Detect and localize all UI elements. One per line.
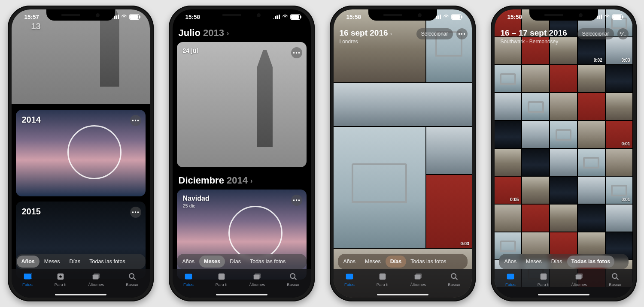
seg-all[interactable]: Todas las fotos bbox=[567, 256, 615, 268]
tab-search[interactable]: Buscar bbox=[126, 272, 139, 287]
more-button[interactable] bbox=[456, 28, 468, 39]
photo-thumb[interactable]: 0:05 bbox=[495, 177, 522, 204]
photo-thumb[interactable] bbox=[522, 93, 549, 120]
phone-months: 15:58 Julio 2013 › 24 jul bbox=[169, 6, 315, 301]
seg-months[interactable]: Meses bbox=[39, 256, 65, 268]
photo-thumb[interactable] bbox=[550, 205, 577, 232]
photo-thumb[interactable] bbox=[550, 149, 577, 176]
albums-icon bbox=[413, 272, 423, 281]
photo-thumb[interactable]: 0:01 bbox=[606, 177, 633, 204]
seg-days[interactable]: Días bbox=[386, 256, 406, 268]
seg-months[interactable]: Meses bbox=[360, 256, 386, 268]
tab-search[interactable]: Buscar bbox=[287, 272, 300, 287]
photo-thumb[interactable] bbox=[550, 65, 577, 92]
photo-thumb[interactable]: 0:03 bbox=[426, 175, 472, 248]
month-header-1[interactable]: Julio 2013 › bbox=[179, 27, 229, 39]
photo-thumb[interactable] bbox=[495, 205, 522, 232]
photo-thumb[interactable] bbox=[495, 65, 522, 92]
photo-thumb[interactable] bbox=[495, 121, 522, 148]
seg-years[interactable]: Años bbox=[178, 256, 200, 268]
seg-all[interactable]: Todas las fotos bbox=[406, 256, 450, 268]
photo-thumb[interactable] bbox=[426, 127, 472, 174]
year-card-2014[interactable]: 2014 bbox=[16, 110, 146, 196]
seg-all[interactable]: Todas las fotos bbox=[246, 256, 290, 268]
photo-thumb[interactable] bbox=[606, 65, 633, 92]
month-card-jul-2013[interactable]: 24 jul bbox=[177, 42, 307, 167]
photo-thumb[interactable] bbox=[522, 65, 549, 92]
seg-months[interactable]: Meses bbox=[199, 256, 225, 268]
photo-thumb[interactable] bbox=[606, 93, 633, 120]
seg-days[interactable]: Días bbox=[547, 256, 567, 268]
photo-thumb[interactable] bbox=[578, 121, 605, 148]
day-header[interactable]: 16 sept 2016 › Londres bbox=[340, 28, 392, 45]
tab-albums[interactable]: Álbumes bbox=[410, 272, 426, 287]
home-indicator[interactable] bbox=[55, 294, 106, 295]
seg-all[interactable]: Todas las fotos bbox=[85, 256, 129, 268]
tabbar: Fotos Para ti Álbumes Buscar bbox=[495, 269, 633, 298]
tab-photos[interactable]: Fotos bbox=[183, 272, 194, 287]
more-button[interactable] bbox=[291, 195, 302, 206]
tab-photos[interactable]: Fotos bbox=[22, 272, 33, 287]
phone-all-photos: 15:58 16 – 17 sept 2016 Southwark - Berm… bbox=[491, 6, 637, 301]
seg-days[interactable]: Días bbox=[225, 256, 246, 268]
svg-point-5 bbox=[129, 274, 134, 278]
photo-thumb[interactable] bbox=[578, 65, 605, 92]
photo-thumb[interactable]: 0:02 bbox=[578, 37, 605, 64]
photo-thumb[interactable] bbox=[550, 121, 577, 148]
tab-foryou[interactable]: Para ti bbox=[55, 272, 66, 287]
photo-thumb[interactable] bbox=[606, 149, 633, 176]
photo-thumb[interactable] bbox=[495, 149, 522, 176]
photo-thumb[interactable] bbox=[550, 177, 577, 204]
more-button[interactable] bbox=[130, 207, 141, 218]
photo-thumb[interactable] bbox=[522, 205, 549, 232]
photo-thumb[interactable] bbox=[606, 205, 633, 232]
photo-thumb[interactable] bbox=[522, 121, 549, 148]
chevron-right-icon: › bbox=[390, 30, 392, 37]
card-subtitle: 25 dic bbox=[183, 203, 195, 208]
photos-icon bbox=[23, 272, 32, 281]
photo-thumb[interactable]: 0:03 bbox=[606, 37, 633, 64]
tab-albums[interactable]: Álbumes bbox=[571, 272, 587, 287]
tab-search[interactable]: Buscar bbox=[448, 272, 461, 287]
home-indicator[interactable] bbox=[538, 294, 589, 295]
zoom-button[interactable]: ⁺⁄₋ bbox=[617, 28, 629, 39]
photo-thumb[interactable] bbox=[334, 83, 472, 126]
tabbar: Fotos Para ti Álbumes Buscar bbox=[12, 269, 150, 298]
photo-thumb[interactable] bbox=[578, 177, 605, 204]
select-button[interactable]: Seleccionar bbox=[577, 28, 614, 39]
more-button[interactable] bbox=[291, 47, 302, 58]
view-segmented: Años Meses Días Todas las fotos bbox=[177, 254, 307, 269]
tab-foryou[interactable]: Para ti bbox=[216, 272, 227, 287]
more-button[interactable] bbox=[130, 115, 141, 126]
video-duration: 0:03 bbox=[460, 241, 469, 246]
wifi-icon bbox=[443, 15, 449, 19]
select-button[interactable]: Seleccionar bbox=[416, 28, 453, 39]
photo-thumb[interactable] bbox=[522, 149, 549, 176]
photo-thumb[interactable] bbox=[495, 93, 522, 120]
seg-years[interactable]: Años bbox=[339, 256, 361, 268]
photo-thumb[interactable]: 0:01 bbox=[606, 121, 633, 148]
photo-thumb[interactable] bbox=[578, 93, 605, 120]
tab-albums[interactable]: Álbumes bbox=[249, 272, 265, 287]
svg-rect-10 bbox=[255, 274, 261, 278]
photo-thumb[interactable] bbox=[578, 205, 605, 232]
photo-thumb[interactable] bbox=[334, 127, 425, 248]
seg-years[interactable]: Años bbox=[17, 256, 39, 268]
photo-thumb[interactable] bbox=[578, 149, 605, 176]
tab-foryou[interactable]: Para ti bbox=[538, 272, 549, 287]
home-indicator[interactable] bbox=[216, 294, 267, 295]
tab-photos[interactable]: Fotos bbox=[344, 272, 355, 287]
home-indicator[interactable] bbox=[377, 294, 428, 295]
photo-thumb[interactable] bbox=[550, 93, 577, 120]
wifi-icon bbox=[282, 15, 288, 19]
year-label: 2014 bbox=[22, 115, 41, 125]
tab-foryou[interactable]: Para ti bbox=[377, 272, 388, 287]
month-header-2[interactable]: Diciembre 2014 › bbox=[179, 175, 253, 186]
photo-thumb[interactable] bbox=[522, 177, 549, 204]
tab-albums[interactable]: Álbumes bbox=[88, 272, 104, 287]
seg-months[interactable]: Meses bbox=[521, 256, 547, 268]
tab-photos[interactable]: Fotos bbox=[505, 272, 516, 287]
tab-search[interactable]: Buscar bbox=[609, 272, 622, 287]
seg-years[interactable]: Años bbox=[500, 256, 522, 268]
seg-days[interactable]: Días bbox=[65, 256, 85, 268]
